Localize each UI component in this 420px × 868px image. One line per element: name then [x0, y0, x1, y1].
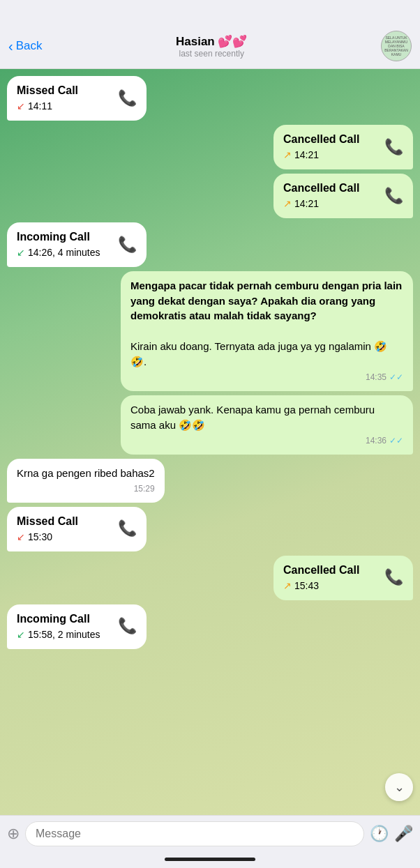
call-info-9: Cancelled Call ↗ 15:43 — [283, 563, 375, 593]
message-text-7: Krna ga pengen ribed bahas2 — [17, 467, 155, 479]
call-bubble-missed-8: Missed Call ↙ 15:30 📞 — [7, 507, 147, 551]
call-time-2: 14:21 — [294, 149, 319, 162]
call-time-9: 15:43 — [294, 579, 319, 593]
phone-icon-10: 📞 — [118, 616, 137, 637]
call-info-8: Missed Call ↙ 15:30 — [17, 514, 108, 545]
message-row-7: Krna ga pengen ribed bahas2 15:29 — [7, 459, 413, 503]
phone-icon-1: 📞 — [118, 88, 137, 109]
back-label: Back — [16, 39, 43, 53]
cancelled-arrow-icon-3: ↗ — [283, 197, 292, 211]
home-bar — [165, 858, 255, 861]
call-bubble-incoming-4: Incoming Call ↙ 14:26, 4 minutes 📞 — [7, 222, 147, 267]
call-title-3: Cancelled Call — [283, 181, 375, 196]
sticker-button[interactable]: 🕐 — [370, 825, 389, 843]
call-title-8: Missed Call — [17, 514, 108, 529]
call-time-row-8: ↙ 15:30 — [17, 531, 108, 545]
call-time-row-3: ↗ 14:21 — [283, 197, 375, 211]
chat-area: Missed Call ↙ 14:11 📞 Cancelled Call ↗ 1… — [0, 69, 420, 815]
avatar-text: SELA UNTUK MELAYANIMU DAN BISA BERANTAKA… — [382, 34, 411, 58]
message-text-5: Mengapa pacar tidak pernah cemburu denga… — [130, 280, 402, 367]
call-title-4: Incoming Call — [17, 229, 108, 245]
call-title-9: Cancelled Call — [283, 563, 375, 578]
call-title-2: Cancelled Call — [283, 132, 375, 147]
msg-meta-7: 15:29 — [17, 483, 155, 495]
call-info-10: Incoming Call ↙ 15:58, 2 minutes — [17, 611, 108, 642]
scroll-down-icon: ⌄ — [394, 779, 405, 795]
phone-icon-4: 📞 — [118, 234, 137, 256]
phone-icon-9: 📞 — [384, 567, 403, 588]
mic-button[interactable]: 🎤 — [394, 825, 413, 843]
msg-time-6: 14:36 — [366, 435, 387, 447]
msg-ticks-6: ✓✓ — [389, 435, 403, 447]
call-title-10: Incoming Call — [17, 611, 108, 627]
msg-ticks-5: ✓✓ — [389, 372, 403, 383]
call-info-4: Incoming Call ↙ 14:26, 4 minutes — [17, 229, 108, 260]
home-indicator — [0, 852, 420, 868]
incoming-arrow-icon-10: ↙ — [17, 628, 25, 642]
attach-button[interactable]: ⊕ — [7, 825, 20, 843]
message-row-5: Mengapa pacar tidak pernah cemburu denga… — [7, 271, 413, 391]
cancelled-arrow-icon-9: ↗ — [283, 579, 292, 593]
message-row-8: Missed Call ↙ 15:30 📞 — [7, 507, 413, 551]
message-row-9: Cancelled Call ↗ 15:43 📞 — [7, 556, 413, 600]
call-bubble-cancelled-9: Cancelled Call ↗ 15:43 📞 — [273, 556, 413, 600]
back-button[interactable]: ‹ Back — [8, 38, 42, 54]
call-time-3: 14:21 — [294, 197, 319, 211]
message-text-6: Coba jawab yank. Kenapa kamu ga pernah c… — [130, 404, 375, 431]
message-input[interactable] — [25, 821, 364, 846]
call-time-row-9: ↗ 15:43 — [283, 579, 375, 593]
call-time-row-10: ↙ 15:58, 2 minutes — [17, 628, 108, 642]
back-chevron-icon: ‹ — [8, 38, 13, 54]
call-time-row-4: ↙ 14:26, 4 minutes — [17, 246, 108, 260]
call-bubble-incoming-10: Incoming Call ↙ 15:58, 2 minutes 📞 — [7, 604, 147, 649]
incoming-arrow-icon-4: ↙ — [17, 246, 25, 260]
call-time-row-1: ↙ 14:11 — [17, 100, 108, 114]
scroll-down-button[interactable]: ⌄ — [385, 773, 413, 801]
message-row-4: Incoming Call ↙ 14:26, 4 minutes 📞 — [7, 222, 413, 267]
text-bubble-6: Coba jawab yank. Kenapa kamu ga pernah c… — [121, 395, 413, 455]
missed-arrow-icon-8: ↙ — [17, 531, 25, 545]
message-row-6: Coba jawab yank. Kenapa kamu ga pernah c… — [7, 395, 413, 455]
header-center: Hasian 💕💕 last seen recently — [47, 34, 375, 59]
call-info-2: Cancelled Call ↗ 14:21 — [283, 132, 375, 162]
call-time-10: 15:58, 2 minutes — [28, 628, 100, 642]
msg-meta-6: 14:36 ✓✓ — [130, 435, 403, 447]
phone-icon-3: 📞 — [384, 185, 403, 207]
text-bubble-5: Mengapa pacar tidak pernah cemburu denga… — [121, 271, 413, 391]
call-info-1: Missed Call ↙ 14:11 — [17, 83, 108, 114]
call-time-4: 14:26, 4 minutes — [28, 246, 100, 260]
message-input-bar: ⊕ 🕐 🎤 — [0, 815, 420, 852]
text-bubble-7: Krna ga pengen ribed bahas2 15:29 — [7, 459, 165, 503]
msg-time-5: 14:35 — [366, 372, 387, 383]
message-row-3: Cancelled Call ↗ 14:21 📞 — [7, 174, 413, 218]
phone-icon-2: 📞 — [384, 137, 403, 158]
call-bubble-cancelled-3: Cancelled Call ↗ 14:21 📞 — [273, 174, 413, 218]
call-title-1: Missed Call — [17, 83, 108, 98]
contact-status: last seen recently — [179, 49, 244, 59]
msg-time-7: 15:29 — [134, 483, 155, 495]
call-bubble-cancelled-2: Cancelled Call ↗ 14:21 📞 — [273, 125, 413, 169]
call-time-1: 14:11 — [28, 100, 52, 114]
cancelled-arrow-icon-2: ↗ — [283, 149, 292, 162]
missed-arrow-icon-1: ↙ — [17, 100, 25, 114]
message-row-1: Missed Call ↙ 14:11 📞 — [7, 76, 413, 121]
contact-avatar[interactable]: SELA UNTUK MELAYANIMU DAN BISA BERANTAKA… — [381, 31, 412, 61]
contact-name: Hasian 💕💕 — [176, 34, 247, 49]
chat-header: ‹ Back Hasian 💕💕 last seen recently SELA… — [0, 0, 420, 69]
phone-icon-8: 📞 — [118, 518, 137, 540]
msg-meta-5: 14:35 ✓✓ — [130, 372, 403, 383]
message-row-2: Cancelled Call ↗ 14:21 📞 — [7, 125, 413, 169]
call-info-3: Cancelled Call ↗ 14:21 — [283, 181, 375, 211]
call-time-8: 15:30 — [28, 531, 52, 545]
call-time-row-2: ↗ 14:21 — [283, 149, 375, 162]
call-bubble-missed-1: Missed Call ↙ 14:11 📞 — [7, 76, 147, 121]
message-row-10: Incoming Call ↙ 15:58, 2 minutes 📞 — [7, 604, 413, 649]
